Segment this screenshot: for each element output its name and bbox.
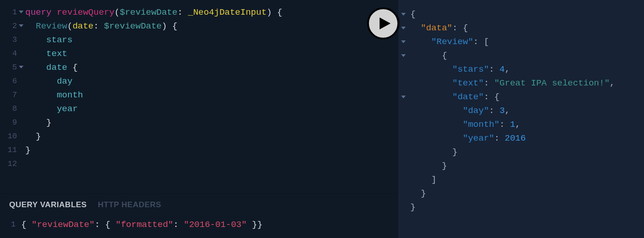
key-month: month — [468, 119, 494, 130]
key-review: Review — [437, 37, 468, 47]
var-value: 2016-01-03 — [189, 220, 242, 230]
graphql-playground: 123456789101112 query reviewQuery($revie… — [0, 0, 644, 238]
query-editor[interactable]: 123456789101112 query reviewQuery($revie… — [0, 0, 398, 193]
query-code[interactable]: query reviewQuery($reviewDate: _Neo4jDat… — [0, 0, 398, 157]
result-fold-gutter — [398, 0, 410, 238]
line-number: 2 — [0, 19, 17, 33]
dollar: $ — [120, 7, 125, 17]
keyword-query: query — [25, 7, 52, 17]
play-icon — [379, 17, 391, 30]
vars-code[interactable]: { "reviewDate": { "formatted": "2016-01-… — [0, 213, 398, 238]
tab-bar: QUERY VARIABLES HTTP HEADERS — [0, 194, 398, 213]
vars-gutter: 1 — [0, 213, 16, 232]
vars-line-number: 1 — [0, 218, 16, 232]
result-json[interactable]: { "data": { "Review": [ { "stars": 4, "t… — [410, 0, 644, 238]
field-year: year — [57, 104, 78, 114]
bottom-panel: QUERY VARIABLES HTTP HEADERS 1 { "review… — [0, 193, 398, 238]
val-day: 3 — [500, 106, 505, 116]
key-stars: stars — [458, 64, 484, 74]
field-stars: stars — [46, 35, 73, 45]
tab-query-variables[interactable]: QUERY VARIABLES — [9, 200, 87, 210]
execute-button[interactable] — [367, 7, 399, 40]
val-stars: 4 — [500, 64, 505, 74]
key-day: day — [468, 106, 483, 116]
tab-http-headers[interactable]: HTTP HEADERS — [98, 200, 161, 210]
operation-name: reviewQuery — [57, 7, 114, 17]
field-date: date — [46, 62, 68, 73]
val-month: 1 — [510, 119, 515, 130]
key-data: data — [426, 23, 447, 33]
line-gutter: 123456789101112 — [0, 0, 20, 193]
key-text: text — [458, 78, 479, 88]
line-number: 1 — [0, 6, 17, 19]
line-number: 12 — [0, 157, 17, 171]
line-number: 4 — [0, 47, 17, 61]
field-day: day — [57, 76, 72, 86]
type-name: _Neo4jDateInput — [188, 7, 267, 17]
editor-pane: 123456789101112 query reviewQuery($revie… — [0, 0, 398, 238]
line-number: 10 — [0, 130, 17, 143]
key-date: date — [458, 92, 479, 102]
val-text: Great IPA selection! — [500, 78, 604, 88]
arg-name: date — [73, 21, 94, 31]
line-number: 9 — [0, 116, 17, 130]
line-number: 7 — [0, 88, 17, 102]
line-number: 3 — [0, 33, 17, 47]
line-number: 5 — [0, 61, 17, 74]
variables-editor[interactable]: 1 { "reviewDate": { "formatted": "2016-0… — [0, 213, 398, 238]
var-key1: reviewDate — [37, 220, 89, 230]
line-number: 6 — [0, 74, 17, 88]
field-review: Review — [36, 21, 67, 31]
variable-name: reviewDate — [125, 7, 178, 17]
line-number: 11 — [0, 143, 17, 157]
svg-marker-0 — [380, 17, 391, 29]
line-number: 8 — [0, 102, 17, 116]
key-year: year — [468, 133, 489, 143]
var-key2: formatted — [121, 220, 168, 230]
field-month: month — [57, 90, 83, 100]
result-pane: { "data": { "Review": [ { "stars": 4, "t… — [398, 0, 644, 238]
val-year: 2016 — [505, 133, 526, 143]
field-text: text — [46, 49, 68, 59]
